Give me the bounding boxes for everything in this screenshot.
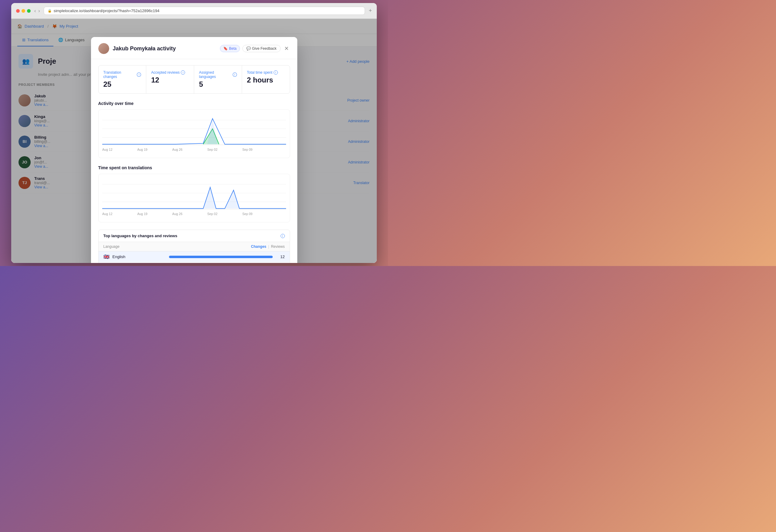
chart-x-label: Sep 09 (242, 212, 252, 216)
new-tab-button[interactable]: + (369, 8, 372, 14)
stat-card-accepted-reviews: Accepted reviews i 12 (146, 65, 194, 93)
col-language-header: Language (104, 244, 251, 249)
traffic-lights (16, 9, 31, 13)
language-table-section: Top languages by changes and reviews i L… (98, 230, 290, 263)
feedback-label: Give Feedback (252, 46, 277, 51)
stat-label: Assigned languages i (199, 70, 237, 79)
modal-body: Translation changes i 25 Accepted review… (91, 59, 297, 263)
beta-badge: 🔖 Beta (220, 45, 240, 52)
browser-content: 🏠 Dashboard / 🦊 My Project ⊞ Translation… (11, 19, 377, 263)
activity-chart-section: Activity over time (98, 101, 290, 158)
stat-value: 12 (151, 76, 189, 84)
modal-overlay[interactable]: Jakub Pomykała activity 🔖 Beta 💬 Give Fe… (11, 19, 377, 263)
col-changes-header[interactable]: Changes (251, 244, 266, 249)
lang-count-english: 12 (277, 254, 285, 259)
language-table-header: Top languages by changes and reviews i (99, 230, 290, 242)
close-button[interactable] (16, 9, 20, 13)
flag-english: 🇬🇧 (104, 254, 110, 259)
stat-label: Accepted reviews i (151, 70, 189, 75)
chart-x-label: Sep 02 (207, 148, 217, 151)
info-icon[interactable]: i (181, 70, 185, 75)
col-separator: | (268, 244, 269, 249)
lang-bar-english (169, 256, 272, 258)
chart-x-label: Aug 19 (137, 148, 148, 151)
beta-icon: 🔖 (223, 46, 228, 51)
forward-button[interactable]: › (38, 8, 40, 14)
stat-value: 25 (104, 80, 141, 88)
browser-window: ‹ › 🔒 simplelocalize.io/dashboard/projec… (11, 3, 377, 263)
col-reviews-header[interactable]: Reviews (271, 244, 284, 249)
language-row-polish: 🇵🇱 Polish 5 (99, 262, 290, 263)
stat-value: 2 hours (247, 76, 285, 84)
url-text: simplelocalize.io/dashboard/projects/?ha… (54, 8, 160, 13)
lang-name-english: English (113, 254, 164, 259)
stat-label-text: Accepted reviews (151, 70, 180, 75)
lang-bar-fill-english (169, 256, 272, 258)
info-icon[interactable]: i (137, 72, 141, 77)
stats-grid: Translation changes i 25 Accepted review… (98, 65, 290, 94)
time-chart-svg: Aug 12 Aug 19 Aug 26 Sep 02 Sep 09 (102, 178, 286, 217)
user-avatar (98, 43, 109, 54)
address-bar[interactable]: 🔒 simplelocalize.io/dashboard/projects/?… (44, 7, 365, 15)
svg-marker-10 (203, 187, 216, 208)
chart-x-label: Sep 02 (207, 212, 217, 216)
back-button[interactable]: ‹ (34, 8, 36, 14)
activity-chart-title: Activity over time (98, 101, 290, 106)
maximize-button[interactable] (27, 9, 31, 13)
modal-close-button[interactable]: ✕ (283, 45, 290, 52)
language-row-english: 🇬🇧 English 12 (99, 251, 290, 262)
time-chart-section: Time spent on translations (98, 165, 290, 222)
chart-x-label: Sep 09 (242, 148, 252, 151)
chart-x-label: Aug 26 (172, 148, 182, 151)
stat-label: Total time spent i (247, 70, 285, 75)
info-icon[interactable]: i (233, 72, 237, 77)
chart-x-label: Aug 19 (137, 212, 148, 216)
stat-card-translation-changes: Translation changes i 25 (99, 65, 146, 93)
modal-header-actions: 🔖 Beta 💬 Give Feedback ✕ (220, 45, 290, 52)
activity-chart-container: Aug 12 Aug 19 Aug 26 Sep 02 Sep 09 (98, 109, 290, 158)
time-chart-container: Aug 12 Aug 19 Aug 26 Sep 02 Sep 09 (98, 174, 290, 222)
lock-icon: 🔒 (48, 9, 52, 13)
stat-label-text: Total time spent (247, 70, 272, 75)
language-table-title: Top languages by changes and reviews (104, 234, 279, 238)
table-column-headers: Language Changes | Reviews (99, 242, 290, 251)
info-icon[interactable]: i (280, 234, 285, 238)
chart-x-label: Aug 26 (172, 212, 182, 216)
browser-titlebar: ‹ › 🔒 simplelocalize.io/dashboard/projec… (11, 3, 377, 19)
modal-header: Jakub Pomykała activity 🔖 Beta 💬 Give Fe… (91, 37, 297, 59)
stat-label-text: Assigned languages (199, 70, 231, 79)
nav-buttons: ‹ › (34, 8, 40, 14)
feedback-icon: 💬 (246, 46, 251, 51)
activity-modal: Jakub Pomykała activity 🔖 Beta 💬 Give Fe… (91, 37, 297, 263)
feedback-button[interactable]: 💬 Give Feedback (242, 45, 280, 52)
stat-card-total-time: Total time spent i 2 hours (242, 65, 290, 93)
svg-marker-5 (207, 118, 217, 145)
chart-x-label: Aug 12 (102, 148, 113, 151)
stat-label-text: Translation changes (104, 70, 136, 79)
beta-label: Beta (229, 46, 237, 51)
chart-x-label: Aug 12 (102, 212, 113, 216)
stat-label: Translation changes i (104, 70, 141, 79)
stat-card-assigned-languages: Assigned languages i 5 (194, 65, 242, 93)
minimize-button[interactable] (22, 9, 25, 13)
time-chart-title: Time spent on translations (98, 165, 290, 170)
info-icon[interactable]: i (273, 70, 278, 75)
stat-value: 5 (199, 80, 237, 88)
modal-title: Jakub Pomykała activity (113, 45, 217, 52)
activity-chart-svg: Aug 12 Aug 19 Aug 26 Sep 02 Sep 09 (102, 113, 286, 153)
